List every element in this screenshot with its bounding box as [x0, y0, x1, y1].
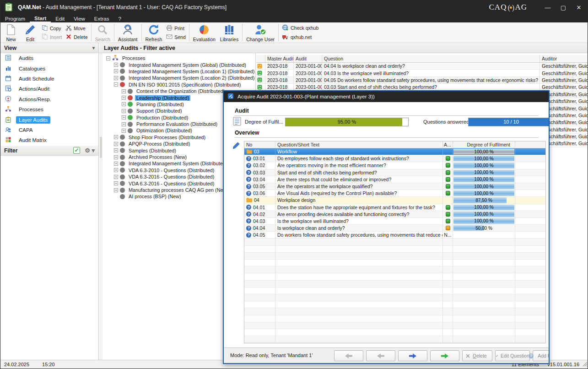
- audit-table-row[interactable]: 2023-0182023-001-00304.04 Is workplace c…: [256, 63, 588, 70]
- spacer-cell: [515, 218, 545, 224]
- sidebar-item-catalogues[interactable]: Catalogues: [0, 63, 98, 73]
- overview-row-03.06[interactable]: ?03.06Are Visual Aids (required by the C…: [244, 190, 545, 197]
- overview-row-04[interactable]: 04Workplace design87,50 %: [244, 197, 545, 204]
- dialog-mode-text: Mode: Read only, Tenant 'Mandant 1': [230, 353, 313, 358]
- menu-item-program[interactable]: Program: [0, 14, 30, 22]
- expand-icon[interactable]: +: [114, 69, 118, 73]
- expand-icon[interactable]: +: [122, 129, 126, 133]
- tree-node[interactable]: +Integrated Management System (Location …: [102, 68, 255, 75]
- search-button[interactable]: Search: [93, 22, 113, 43]
- expand-icon[interactable]: +: [122, 115, 126, 119]
- filter-panel-header[interactable]: Filter ✓ ⚙ ▾: [0, 146, 98, 156]
- tree-node[interactable]: +Integrated Management System (Global) (…: [102, 61, 255, 68]
- sidebar-item-actions-audit[interactable]: Actions/Audit: [0, 84, 98, 94]
- libraries-button[interactable]: Libraries: [218, 22, 241, 43]
- new-button[interactable]: New: [1, 22, 21, 43]
- menu-item-view[interactable]: View: [69, 14, 90, 22]
- move-button[interactable]: Move: [65, 25, 87, 32]
- evaluation-button[interactable]: Evaluation: [191, 22, 218, 43]
- resize-grip-icon[interactable]: [583, 362, 588, 368]
- overview-row-03.03[interactable]: ?03.03Start and end of shift checks bein…: [244, 169, 545, 176]
- maximize-button[interactable]: ▢: [556, 0, 571, 14]
- audit-table-row[interactable]: 2023-0182023-001-00304.03 Is the workpla…: [256, 70, 588, 76]
- sidebar-item-capa[interactable]: CAPA: [0, 125, 98, 135]
- overview-row-04.01[interactable]: ?04.01Does the station have the appropri…: [244, 204, 545, 211]
- print-button[interactable]: Print: [166, 25, 186, 32]
- edit-pencil-icon: [496, 353, 498, 358]
- add-new-question-button[interactable]: ? Add New Question: [533, 350, 550, 361]
- next-record-button[interactable]: [398, 350, 427, 361]
- overview-row-03.02[interactable]: ?03.02Are operators moving in the most e…: [244, 162, 545, 169]
- menu-item-extras[interactable]: Extras: [90, 14, 114, 22]
- first-record-button[interactable]: [334, 350, 363, 361]
- expand-icon[interactable]: +: [122, 102, 126, 106]
- expand-icon[interactable]: +: [114, 142, 118, 146]
- overview-row-04.04[interactable]: ?04.04Is workplace clean and orderly?50,…: [244, 225, 545, 232]
- overview-row-03[interactable]: 03Workflow100,00 %: [244, 148, 545, 155]
- expand-icon[interactable]: +: [122, 109, 126, 113]
- expand-icon[interactable]: +: [114, 162, 118, 166]
- sidebar-item-audit-matrix[interactable]: Audit Matrix: [0, 135, 98, 145]
- qxhub-net-button[interactable]: qxhub.net: [282, 33, 318, 41]
- last-record-button[interactable]: [430, 350, 459, 361]
- view-panel-header[interactable]: View ▾: [0, 43, 98, 53]
- audit-table-row[interactable]: 2023-0182023-001-00304.05 Do workers fol…: [256, 77, 588, 84]
- expand-icon[interactable]: +: [114, 168, 118, 172]
- answer-green-icon: [446, 163, 450, 168]
- tree-node[interactable]: +Integrated Management System (Location …: [102, 75, 255, 81]
- filter-gear-icon[interactable]: ⚙ ▾: [85, 147, 95, 154]
- tree-scrollbar[interactable]: [99, 53, 102, 360]
- overview-row-04.03[interactable]: ?04.03Is the workplace well illuminated?…: [244, 218, 545, 225]
- audit-schedule-icon: [5, 75, 11, 82]
- overview-table-header[interactable]: No Question/Short Text A... Degree of Fu…: [244, 141, 545, 148]
- tree-node[interactable]: −Processes: [102, 55, 255, 61]
- copy-button[interactable]: Copy: [42, 25, 62, 32]
- answer-orange-icon: [446, 226, 450, 230]
- expand-icon[interactable]: +: [122, 96, 126, 100]
- expand-icon[interactable]: +: [114, 155, 118, 159]
- delete-question-button[interactable]: Delete: [462, 350, 492, 361]
- check-qxhub-button[interactable]: Check qxhub: [282, 24, 318, 32]
- title-bar: QAM.Net - Audit Management - [Tenant Man…: [0, 0, 588, 14]
- overview-row-03.05[interactable]: ?03.05Are the operators at the workplace…: [244, 183, 545, 190]
- overview-row-04.05[interactable]: ?04.05Do workers follow standard safety …: [244, 232, 545, 239]
- overview-row-03.04[interactable]: ?03.04Are there steps that could be elim…: [244, 176, 545, 183]
- close-button[interactable]: ✕: [571, 0, 587, 14]
- expand-icon[interactable]: +: [122, 89, 126, 93]
- expand-icon[interactable]: +: [114, 188, 118, 192]
- expand-icon[interactable]: +: [114, 181, 118, 185]
- expand-icon[interactable]: +: [114, 175, 118, 179]
- expand-icon[interactable]: +: [114, 148, 118, 152]
- minimize-button[interactable]: —: [540, 0, 556, 14]
- sidebar-item-audits[interactable]: Audits: [0, 53, 98, 63]
- edit-button[interactable]: Edit: [21, 22, 40, 43]
- overview-row-03.01[interactable]: ?03.01Do employees follow each step of s…: [244, 155, 545, 162]
- send-button[interactable]: Send: [166, 33, 186, 41]
- previous-record-button[interactable]: [366, 350, 395, 361]
- sidebar-item-layer-audits[interactable]: Layer Audits: [0, 114, 98, 125]
- tree-node[interactable]: −DIN EN ISO 9001:2015 (Specification) (D…: [102, 81, 255, 88]
- delete-button[interactable]: Delete: [65, 33, 87, 41]
- assistant-button[interactable]: Assistant: [116, 22, 140, 43]
- sidebar-item-audit-schedule[interactable]: Audit Schedule: [0, 74, 98, 84]
- collapse-icon[interactable]: −: [114, 82, 118, 87]
- overview-row-04.02[interactable]: ?04.02Are error-proofing devices availab…: [244, 211, 545, 218]
- change-user-button[interactable]: Change User: [244, 22, 277, 43]
- expand-icon[interactable]: +: [114, 76, 118, 80]
- menu-item-edit[interactable]: Edit: [51, 14, 69, 22]
- menu-item-start[interactable]: Start: [30, 14, 51, 22]
- expand-icon[interactable]: +: [122, 122, 126, 126]
- sidebar-item-actions-resp-[interactable]: Actions/Resp.: [0, 94, 98, 104]
- refresh-button[interactable]: Refresh: [143, 22, 165, 43]
- filter-active-checkbox[interactable]: ✓: [73, 147, 80, 154]
- expand-icon[interactable]: +: [114, 63, 118, 67]
- edit-question-button[interactable]: Edit Question: [495, 350, 530, 361]
- expand-icon[interactable]: +: [114, 135, 118, 139]
- sidebar-item-processes[interactable]: Processes: [0, 104, 98, 114]
- table-header-row[interactable]: Master Audit Audit Question Auditor: [256, 55, 588, 63]
- collapse-icon[interactable]: −: [106, 56, 110, 60]
- tree-scrollbar-thumb[interactable]: [100, 137, 102, 158]
- insert-button[interactable]: Insert: [42, 33, 62, 41]
- menu-item-?[interactable]: ?: [113, 14, 125, 22]
- dialog-title-bar[interactable]: Acquire Audit 2023-001-003-(Plant manage…: [224, 91, 549, 102]
